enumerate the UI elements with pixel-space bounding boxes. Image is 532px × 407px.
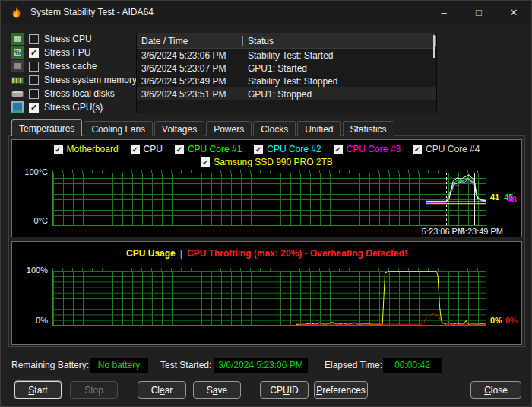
checkbox-samsung-ssd-990-pro-2tb[interactable]: ✓ — [201, 157, 210, 167]
checkbox-cpu-core-3[interactable]: ✓ — [334, 145, 343, 154]
window-title: System Stability Test - AIDA64 — [30, 7, 154, 17]
cpuid-accesskey: U — [283, 385, 290, 396]
legend-item-motherboard: ✓Motherboard — [54, 144, 119, 154]
checkbox-cpu[interactable]: ✓ — [131, 145, 140, 154]
usage-axis-min-label: 0% — [12, 316, 48, 325]
legend-item-samsung-ssd-990-pro-2tb: ✓Samsung SSD 990 PRO 2TB — [201, 157, 333, 167]
log-cell-status: Stability Test: Stopped — [243, 76, 338, 87]
log-scrollbar-thumb[interactable] — [433, 35, 435, 58]
series-cpu — [426, 175, 486, 202]
legend-label: CPU Core #3 — [347, 144, 401, 154]
gpu-icon — [11, 101, 24, 113]
checkbox-stress-gpu-s[interactable]: ✓ — [29, 103, 39, 113]
cpu-usage-plot — [52, 271, 486, 326]
log-cell-datetime: 3/6/2024 5:23:49 PM — [137, 76, 243, 87]
tab-statistics[interactable]: Statistics — [343, 121, 394, 136]
start-label-post: tart — [34, 385, 47, 396]
tab-voltages[interactable]: Voltages — [154, 121, 204, 136]
cpu-usage-chart: CPU Usage|CPU Throttling (max: 20%) - Ov… — [11, 241, 522, 345]
checkbox-stress-local-disks[interactable] — [29, 89, 39, 99]
log-cell-status: Stability Test: Started — [243, 50, 334, 61]
start-button[interactable]: Start — [14, 381, 62, 399]
save-button[interactable]: Save — [193, 381, 241, 399]
legend-label: CPU Core #4 — [426, 144, 480, 154]
temp-value-label: 48 — [508, 195, 517, 204]
stress-option-stress-cache[interactable]: Stress cache — [11, 59, 137, 73]
test-stop-marker-line — [474, 173, 475, 225]
legend-item-cpu-core-4: ✓CPU Core #4 — [413, 144, 480, 154]
checkbox-cpu-core-1[interactable]: ✓ — [175, 145, 184, 154]
close-window-button[interactable]: ✕ — [496, 1, 531, 24]
cpu-usage-title: CPU Usage|CPU Throttling (max: 20%) - Ov… — [12, 248, 521, 259]
temperature-chart: ✓Motherboard✓CPU✓CPU Core #1✓CPU Core #2… — [11, 139, 522, 237]
event-log-header: Date / TimeStatus — [137, 33, 436, 49]
current-temperature-values: 414548 — [490, 192, 517, 202]
log-cell-datetime: 3/6/2024 5:23:06 PM — [137, 50, 243, 61]
temp-axis-min-label: 0°C — [12, 216, 48, 225]
checkbox-stress-fpu[interactable]: ✓ — [29, 48, 39, 58]
legend-item-cpu-core-2: ✓CPU Core #2 — [254, 144, 321, 154]
table-row[interactable]: 3/6/2024 5:23:51 PMGPU1: Stopped — [137, 87, 436, 100]
checkbox-cpu-core-2[interactable]: ✓ — [254, 145, 263, 154]
stop-button[interactable]: Stop — [70, 381, 118, 399]
cpuid-button[interactable]: CPUID — [260, 381, 309, 399]
temp-value-label: 41 — [490, 192, 499, 202]
stress-option-stress-fpu[interactable]: %✓Stress FPU — [11, 46, 137, 59]
tab-temperatures[interactable]: Temperatures — [11, 119, 82, 136]
stress-option-stress-cpu[interactable]: Stress CPU — [11, 32, 137, 46]
cpu-usage-series-svg — [53, 271, 486, 325]
checkbox-motherboard[interactable]: ✓ — [54, 145, 63, 154]
cpu-icon — [11, 33, 24, 45]
remaining-battery-label: Remaining Battery: — [11, 360, 89, 370]
checkbox-stress-cache[interactable] — [29, 62, 39, 72]
remaining-battery-value: No battery — [90, 358, 148, 373]
checkbox-stress-cpu[interactable] — [29, 34, 39, 44]
event-log-body: 3/6/2024 5:23:06 PMStability Test: Start… — [137, 49, 436, 100]
tab-powers[interactable]: Powers — [206, 121, 252, 136]
close-label-post: lose — [491, 385, 508, 396]
log-column-header-status: Status — [243, 36, 436, 46]
cache-icon — [11, 60, 24, 72]
stress-option-label: Stress local disks — [44, 88, 115, 99]
log-column-header-date-time: Date / Time — [137, 36, 243, 46]
clear-label-pre: Cl — [151, 385, 160, 396]
tab-cooling-fans[interactable]: Cooling Fans — [84, 121, 153, 136]
title-separator: | — [180, 248, 182, 259]
maximize-button[interactable]: □ — [461, 1, 496, 24]
tab-unified[interactable]: Unified — [297, 121, 340, 136]
tab-clocks[interactable]: Clocks — [253, 121, 296, 136]
cpuid-label-pre: CP — [270, 385, 283, 396]
flame-icon — [10, 6, 23, 19]
table-row[interactable]: 3/6/2024 5:23:07 PMGPU1: Started — [137, 62, 436, 75]
table-row[interactable]: 3/6/2024 5:23:49 PMStability Test: Stopp… — [137, 75, 436, 87]
event-log-table: Date / TimeStatus 3/6/2024 5:23:06 PMSta… — [136, 33, 437, 113]
legend-item-cpu-core-1: ✓CPU Core #1 — [175, 144, 242, 154]
stress-option-stress-local-disks[interactable]: Stress local disks — [11, 87, 137, 100]
usage-axis-max-label: 100% — [12, 266, 48, 275]
stress-option-label: Stress cache — [44, 61, 97, 72]
elapsed-time-value: 00:00:42 — [383, 358, 442, 373]
fpu-icon: % — [11, 46, 24, 59]
throttling-warning-label: CPU Throttling (max: 20%) - Overheating … — [187, 248, 407, 259]
series-cpu-usage — [296, 272, 486, 325]
preferences-accesskey: P — [316, 385, 322, 396]
stress-option-stress-gpu-s[interactable]: ✓Stress GPU(s) — [11, 100, 137, 114]
table-row[interactable]: 3/6/2024 5:23:06 PMStability Test: Start… — [137, 49, 436, 62]
stress-option-stress-system-memory[interactable]: Stress system memory — [11, 73, 137, 87]
temperature-plot — [52, 173, 486, 226]
cpu-usage-label: CPU Usage — [126, 248, 176, 259]
preferences-label-post: references — [322, 385, 366, 396]
legend-label: Motherboard — [67, 144, 119, 154]
close-button[interactable]: Close — [470, 381, 521, 399]
clear-button[interactable]: Clear — [138, 381, 186, 399]
stress-option-label: Stress GPU(s) — [44, 102, 103, 113]
checkbox-stress-system-memory[interactable] — [29, 75, 39, 85]
checkbox-cpu-core-4[interactable]: ✓ — [413, 145, 422, 154]
save-accesskey: a — [213, 385, 218, 396]
log-cell-datetime: 3/6/2024 5:23:51 PM — [137, 89, 243, 100]
title-bar: System Stability Test - AIDA64 – □ ✕ — [1, 1, 531, 24]
minimize-button[interactable]: – — [426, 1, 461, 24]
preferences-button[interactable]: Preferences — [314, 381, 368, 399]
time-end-label: 5:23:49 PM — [461, 227, 503, 236]
save-label-post: ve — [218, 385, 228, 396]
